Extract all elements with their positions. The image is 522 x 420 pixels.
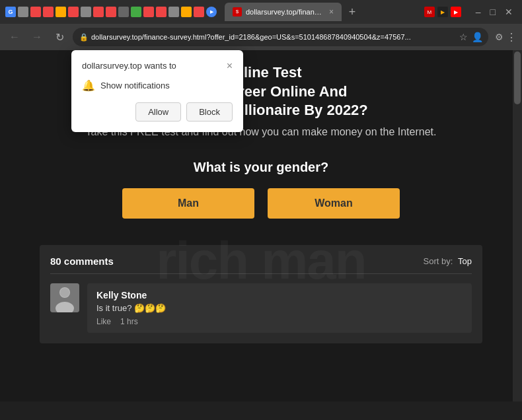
bookmark-star-icon[interactable]: ☆ — [459, 32, 468, 42]
refresh-button[interactable]: ↻ — [50, 28, 69, 46]
extensions-icon[interactable]: ⚙ — [495, 32, 503, 42]
active-tab[interactable]: $ dollarsurvey.top/finance-survey.html?o… — [225, 3, 342, 21]
toolbar-icon-15[interactable] — [181, 7, 192, 17]
scrollbar-thumb[interactable] — [514, 52, 521, 104]
comments-count: 80 comments — [50, 256, 114, 267]
back-button[interactable]: ← — [5, 28, 24, 46]
toolbar-icon-6[interactable] — [68, 7, 79, 17]
toolbar-icon-16[interactable] — [194, 7, 204, 17]
notification-popup: dollarsurvey.top wants to × 🔔 Show notif… — [71, 50, 243, 132]
toolbar-icon-3[interactable] — [30, 7, 41, 17]
gender-question: What is your gender? — [40, 160, 482, 175]
popup-buttons: Allow Block — [82, 102, 233, 122]
popup-title: dollarsurvey.top wants to — [82, 61, 176, 71]
man-button[interactable]: Man — [122, 188, 254, 219]
address-bar: ← → ↻ 🔒 ☆ 👤 ⚙ ⋮ — [0, 24, 522, 50]
comments-section: 80 comments Sort by: Top — [40, 245, 482, 343]
forward-button[interactable]: → — [28, 28, 46, 46]
allow-button[interactable]: Allow — [135, 102, 181, 122]
gender-buttons: Man Woman — [40, 188, 482, 219]
woman-button[interactable]: Woman — [268, 188, 400, 219]
right-favicon-2[interactable]: ▶ — [437, 7, 448, 17]
close-window-button[interactable]: ✕ — [501, 5, 517, 18]
toolbar-icon-8[interactable] — [93, 7, 104, 17]
comment-text: Is it true? 🤔🤔🤔 — [96, 303, 463, 313]
lock-icon: 🔒 — [79, 33, 89, 42]
toolbar-icon-10[interactable] — [118, 7, 129, 17]
toolbar-icon-14[interactable] — [168, 7, 179, 17]
scrollbar-track[interactable] — [513, 50, 522, 402]
sort-value[interactable]: Top — [458, 256, 472, 266]
block-button[interactable]: Block — [186, 102, 233, 122]
toolbar-icon-5[interactable] — [56, 7, 66, 17]
sort-label: Sort by: Top — [424, 256, 472, 266]
tab-favicon: $ — [233, 7, 242, 17]
account-icon[interactable]: 👤 — [472, 32, 483, 42]
comment-item: Kelly Stone Is it true? 🤔🤔🤔 Like 1 hrs — [50, 283, 472, 333]
popup-header: dollarsurvey.top wants to × — [82, 61, 233, 71]
toolbar-icon-9[interactable] — [106, 7, 116, 17]
bell-icon: 🔔 — [82, 79, 95, 92]
minimize-button[interactable]: – — [472, 5, 485, 18]
address-input[interactable] — [73, 28, 488, 46]
popup-close-button[interactable]: × — [227, 61, 233, 71]
new-tab-button[interactable]: + — [344, 4, 360, 20]
maximize-button[interactable]: □ — [486, 5, 500, 18]
browser-chrome: G ▶ $ dollarsurvey. — [0, 0, 522, 50]
svg-point-3 — [60, 288, 69, 297]
tab-bar: G ▶ $ dollarsurvey. — [0, 0, 522, 24]
popup-notification-text: Show notifications — [100, 81, 170, 90]
right-favicon-1[interactable]: M — [424, 7, 435, 17]
right-favicon-3[interactable]: ▶ — [451, 7, 461, 17]
popup-notification-row: 🔔 Show notifications — [82, 79, 233, 92]
comment-time: 1 hrs — [120, 317, 138, 326]
toolbar-icon-12[interactable] — [143, 7, 154, 17]
toolbar-icon-4[interactable] — [43, 7, 54, 17]
toolbar-icon-2[interactable] — [18, 7, 28, 17]
comment-avatar — [50, 283, 79, 312]
comment-actions: Like 1 hrs — [96, 317, 463, 326]
toolbar-icon-13[interactable] — [156, 7, 167, 17]
comment-body: Kelly Stone Is it true? 🤔🤔🤔 Like 1 hrs — [87, 283, 472, 333]
toolbar-icon-11[interactable] — [131, 7, 141, 17]
avatar-image — [50, 283, 79, 312]
comments-header: 80 comments Sort by: Top — [50, 256, 472, 274]
tab-label: dollarsurvey.top/finance-survey.html?off… — [246, 8, 325, 16]
toolbar-icon-google[interactable]: G — [5, 7, 16, 17]
menu-icon[interactable]: ⋮ — [506, 31, 517, 44]
tab-close-icon[interactable]: × — [329, 7, 334, 17]
address-input-wrapper: 🔒 ☆ 👤 — [73, 28, 488, 46]
toolbar-icon-7[interactable] — [81, 7, 91, 17]
toolbar-icons: ⚙ ⋮ — [495, 31, 517, 44]
toolbar-icon-17[interactable]: ▶ — [206, 7, 217, 17]
like-button[interactable]: Like — [96, 317, 111, 326]
commenter-name: Kelly Stone — [96, 290, 463, 300]
